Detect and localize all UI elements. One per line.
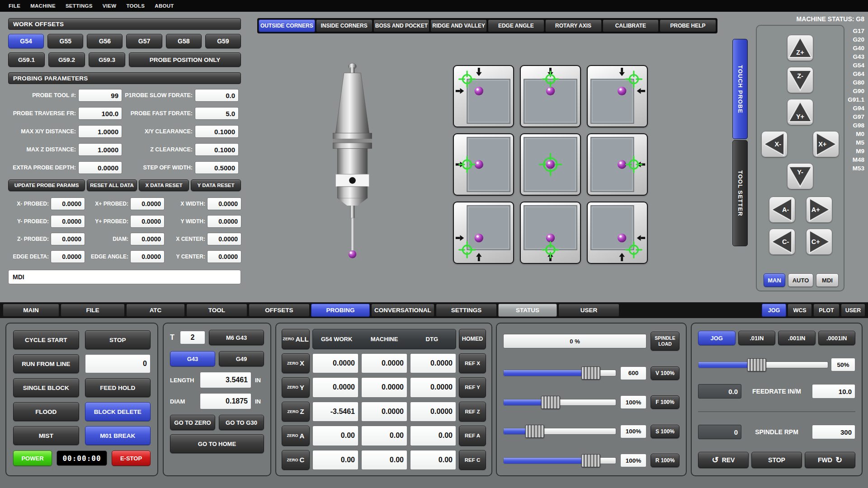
probe-edge-left-button[interactable] <box>453 133 514 196</box>
max-z-distance-input[interactable]: 1.0000 <box>78 143 122 156</box>
run-from-line-button[interactable]: RUN FROM LINE <box>13 354 79 373</box>
tool-setter-button[interactable]: TOOL SETTER <box>732 140 748 246</box>
probe-tool-number-input[interactable]: 99 <box>78 89 122 102</box>
ref-z-button[interactable]: REF Z <box>459 402 486 422</box>
ref-x-button[interactable]: REF X <box>459 353 486 374</box>
mist-button[interactable]: MIST <box>13 426 79 445</box>
probe-traverse-fr-input[interactable]: 100.0 <box>78 107 122 120</box>
feedrate-set-field[interactable]: 10.0 <box>812 384 855 399</box>
x-data-reset-button[interactable]: X DATA RESET <box>139 179 189 191</box>
xy-clearance-input[interactable]: 0.1000 <box>195 125 239 138</box>
estop-button[interactable]: E-STOP <box>112 450 151 466</box>
side-tab-wcs[interactable]: WCS <box>788 304 812 317</box>
tool-diam-field[interactable]: 0.1875 <box>200 393 251 409</box>
tab-ridge-and-valley[interactable]: RIDGE AND VALLEY <box>430 19 487 32</box>
probe-position-only-button[interactable]: PROBE POSITION ONLY <box>129 52 241 67</box>
offset-g59-2-button[interactable]: G59.2 <box>48 52 85 67</box>
spindle-rpm-set-field[interactable]: 300 <box>812 425 855 439</box>
y-data-reset-button[interactable]: Y DATA RESET <box>191 179 241 191</box>
velocity-override-slider[interactable] <box>503 366 616 380</box>
offset-g55-button[interactable]: G55 <box>47 34 83 48</box>
nav-tab-atc[interactable]: ATC <box>126 304 185 317</box>
offset-g54-button[interactable]: G54 <box>8 34 44 48</box>
jog-a-plus-button[interactable]: A+ <box>806 197 832 223</box>
nav-tab-settings[interactable]: SETTINGS <box>436 304 497 317</box>
menu-tools[interactable]: TOOLS <box>121 3 150 9</box>
menu-about[interactable]: ABOUT <box>150 3 179 9</box>
feed-100-button[interactable]: F 100% <box>651 395 679 409</box>
rapid-100-button[interactable]: R 100% <box>651 454 679 467</box>
probe-edge-top-button[interactable] <box>520 65 581 127</box>
nav-tab-tool[interactable]: TOOL <box>186 304 247 317</box>
nav-tab-probing[interactable]: PROBING <box>311 304 370 317</box>
jog-c-plus-button[interactable]: C+ <box>806 229 832 255</box>
single-block-button[interactable]: SINGLE BLOCK <box>13 378 79 397</box>
tab-boss-and-pocket[interactable]: BOSS AND POCKET <box>373 19 430 32</box>
offset-g59-button[interactable]: G59 <box>205 34 241 48</box>
zero-z-button[interactable]: ZEROZ <box>282 402 310 422</box>
go-to-home-button[interactable]: GO TO HOME <box>170 434 264 453</box>
mode-mdi-button[interactable]: MDI <box>816 273 839 287</box>
touch-probe-button[interactable]: TOUCH PROBE <box>732 39 748 139</box>
offset-g56-button[interactable]: G56 <box>87 34 123 48</box>
spindle-stop-button[interactable]: STOP <box>751 452 802 468</box>
zero-x-button[interactable]: ZEROX <box>282 353 310 374</box>
probe-edge-right-button[interactable] <box>587 133 648 196</box>
side-tab-jog[interactable]: JOG <box>762 304 786 317</box>
ref-a-button[interactable]: REF A <box>459 426 486 446</box>
side-tab-user[interactable]: USER <box>841 304 865 317</box>
menu-settings[interactable]: SETTINGS <box>61 3 98 9</box>
spindle-override-slider[interactable] <box>503 425 616 438</box>
homed-button[interactable]: HOMED <box>459 329 486 349</box>
nav-tab-file[interactable]: FILE <box>61 304 125 317</box>
extra-probe-depth-input[interactable]: 0.0000 <box>78 161 122 174</box>
max-xy-distance-input[interactable]: 1.0000 <box>78 125 122 138</box>
increment-001-button[interactable]: .001IN <box>778 331 816 345</box>
offset-g59-3-button[interactable]: G59.3 <box>89 52 125 67</box>
go-to-zero-button[interactable]: GO TO ZERO <box>170 415 215 430</box>
spindle-fwd-button[interactable]: FWD ↻ <box>805 452 855 468</box>
zero-a-button[interactable]: ZEROA <box>282 426 310 446</box>
jog-c-minus-button[interactable]: C- <box>769 229 795 255</box>
step-off-width-input[interactable]: 0.5000 <box>195 161 239 174</box>
tab-probe-help[interactable]: PROBE HELP <box>660 19 716 32</box>
probe-center-find-button[interactable] <box>520 133 581 196</box>
m6-g43-button[interactable]: M6 G43 <box>209 330 264 345</box>
nav-tab-status[interactable]: STATUS <box>498 304 557 317</box>
menu-view[interactable]: VIEW <box>98 3 122 9</box>
probe-corner-bottom-right-button[interactable] <box>587 202 648 264</box>
reset-all-data-button[interactable]: RESET ALL DATA <box>87 179 137 191</box>
offset-g59-1-button[interactable]: G59.1 <box>8 52 45 67</box>
nav-tab-main[interactable]: MAIN <box>3 304 59 317</box>
jog-x-minus-button[interactable]: X- <box>761 131 788 157</box>
jog-speed-slider[interactable] <box>698 358 828 371</box>
zero-all-button[interactable]: ZEROALL <box>282 329 310 349</box>
update-probe-params-button[interactable]: UPDATE PROBE PARAMS <box>8 179 85 191</box>
side-tab-plot[interactable]: PLOT <box>813 304 840 317</box>
probe-corner-bottom-left-button[interactable] <box>453 202 514 264</box>
jog-continuous-button[interactable]: JOG <box>698 331 736 345</box>
tab-edge-angle[interactable]: EDGE ANGLE <box>488 19 544 32</box>
cycle-start-button[interactable]: CYCLE START <box>13 330 79 349</box>
menu-file[interactable]: FILE <box>4 3 25 9</box>
offset-g57-button[interactable]: G57 <box>126 34 162 48</box>
tab-rotary-axis[interactable]: ROTARY AXIS <box>545 19 602 32</box>
nav-tab-conversational[interactable]: CONVERSATIONAL <box>371 304 434 317</box>
nav-tab-offsets[interactable]: OFFSETS <box>249 304 310 317</box>
g43-button[interactable]: G43 <box>170 351 215 366</box>
offset-g58-button[interactable]: G58 <box>166 34 202 48</box>
block-delete-button[interactable]: BLOCK DELETE <box>85 402 151 421</box>
rapid-override-slider[interactable] <box>503 454 616 467</box>
nav-tab-user[interactable]: USER <box>558 304 619 317</box>
probe-slow-fdrate-input[interactable]: 0.0 <box>195 89 239 102</box>
stop-button[interactable]: STOP <box>85 330 151 349</box>
zero-y-button[interactable]: ZEROY <box>282 377 310 398</box>
z-clearance-input[interactable]: 0.1000 <box>195 143 239 156</box>
g49-button[interactable]: G49 <box>219 351 264 366</box>
jog-a-minus-button[interactable]: A- <box>769 197 795 223</box>
mdi-input[interactable]: MDI <box>8 270 241 284</box>
tab-inside-corners[interactable]: INSIDE CORNERS <box>316 19 373 32</box>
feed-override-slider[interactable] <box>503 395 616 409</box>
ref-c-button[interactable]: REF C <box>459 450 486 470</box>
probe-corner-top-right-button[interactable] <box>587 65 648 127</box>
